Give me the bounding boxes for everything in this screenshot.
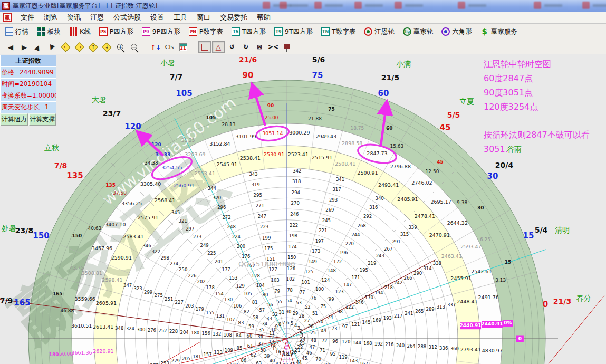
svg-text:343: 343 (249, 171, 257, 177)
svg-text:299: 299 (144, 290, 152, 295)
svg-text:265: 265 (415, 309, 424, 314)
svg-text:57: 57 (259, 308, 265, 313)
svg-text:224: 224 (232, 234, 241, 240)
panel-row: 价格=2440.9099 (0, 66, 56, 78)
wheel-label-15: 15 (523, 231, 534, 241)
svg-text:320: 320 (213, 195, 221, 200)
svg-text:2605.91: 2605.91 (96, 300, 117, 306)
svg-text:246: 246 (290, 212, 299, 217)
svg-text:318: 318 (292, 179, 301, 184)
svg-text:266: 266 (403, 275, 412, 281)
svg-text:2644.32: 2644.32 (447, 220, 468, 226)
svg-text:37: 37 (258, 341, 264, 347)
svg-text:48: 48 (311, 338, 316, 343)
svg-text:105: 105 (206, 115, 216, 120)
svg-text:44: 44 (296, 360, 302, 364)
svg-text:2470.91: 2470.91 (429, 232, 450, 238)
svg-text:249: 249 (200, 243, 208, 248)
svg-text:271: 271 (256, 203, 264, 208)
svg-text:345: 345 (171, 210, 180, 215)
svg-text:101: 101 (302, 280, 310, 285)
svg-text:105: 105 (243, 291, 252, 296)
svg-text:173: 173 (312, 248, 320, 254)
svg-text:150: 150 (72, 233, 82, 238)
svg-text:77: 77 (300, 290, 305, 295)
svg-text:30: 30 (286, 309, 292, 314)
annotation-note: 3051. (484, 142, 590, 156)
svg-text:75: 75 (328, 107, 335, 112)
svg-text:128: 128 (252, 273, 260, 279)
svg-text:82: 82 (244, 309, 249, 314)
wheel-label-20/4: 20/4 (495, 161, 513, 169)
svg-text:241: 241 (405, 311, 413, 316)
svg-text:59: 59 (248, 324, 254, 329)
gann-wheel-chart[interactable]: 赢家江恩www.yingjia360.comwww.yingjia360.com… (0, 0, 606, 364)
svg-text:3203.69: 3203.69 (185, 151, 205, 157)
svg-text:290: 290 (413, 271, 422, 276)
svg-text:106: 106 (233, 303, 242, 309)
svg-text:270: 270 (291, 200, 300, 206)
svg-text:197: 197 (315, 238, 324, 244)
svg-text:108: 108 (224, 332, 232, 338)
svg-text:165: 165 (53, 291, 63, 296)
svg-text:323: 323 (133, 286, 142, 291)
svg-text:62: 62 (251, 352, 256, 358)
annotation-line: 120度3254点 (484, 100, 590, 114)
svg-text:100: 100 (315, 286, 324, 292)
svg-text:28: 28 (299, 313, 304, 319)
wheel-label-75: 75 (312, 71, 323, 80)
svg-text:245: 245 (322, 218, 331, 223)
svg-text:84: 84 (236, 333, 242, 338)
svg-text:124: 124 (321, 277, 330, 283)
svg-text:154: 154 (215, 291, 224, 296)
svg-text:47: 47 (310, 344, 315, 350)
wheel-label-7/8: 7/8 (54, 161, 68, 170)
svg-text:198: 198 (289, 233, 297, 238)
svg-text:223: 223 (260, 224, 268, 229)
svg-text:85: 85 (237, 346, 243, 351)
svg-text:178: 178 (206, 285, 215, 290)
svg-text:144: 144 (353, 340, 361, 346)
panel-row: 时间=20190104 (0, 78, 56, 90)
svg-text:2590.91: 2590.91 (111, 255, 132, 261)
svg-text:3305.40: 3305.40 (140, 181, 161, 187)
svg-text:43: 43 (290, 362, 295, 364)
svg-text:51: 51 (312, 311, 318, 316)
svg-text:226: 226 (188, 273, 196, 279)
svg-text:180: 180 (191, 330, 199, 336)
svg-text:2583.41: 2583.41 (123, 234, 143, 240)
calc-resistance-button[interactable]: 计算阻力 (0, 113, 28, 126)
svg-text:4830.97: 4830.97 (482, 348, 503, 353)
svg-text:2500.91: 2500.91 (357, 170, 378, 176)
svg-text:2493.41: 2493.41 (378, 182, 399, 188)
svg-text:132: 132 (213, 331, 221, 337)
wheel-label-150: 150 (33, 231, 49, 241)
svg-text:3407.10: 3407.10 (105, 222, 126, 227)
svg-text:50.00: 50.00 (59, 351, 73, 357)
svg-text:12.50: 12.50 (426, 169, 439, 174)
svg-text:61: 61 (247, 343, 253, 349)
svg-text:2455.91: 2455.91 (450, 275, 471, 281)
svg-text:322: 322 (152, 249, 160, 254)
svg-text:222: 222 (290, 223, 298, 228)
svg-text:80: 80 (263, 292, 268, 298)
svg-text:3356.25: 3356.25 (121, 200, 142, 206)
svg-text:74: 74 (328, 314, 333, 320)
svg-text:15: 15 (505, 260, 512, 265)
calc-support-button[interactable]: 计算支撑 (28, 113, 57, 126)
svg-text:148: 148 (328, 268, 336, 273)
svg-text:95: 95 (330, 351, 336, 357)
wheel-label-5/4: 5/4 (535, 226, 548, 234)
svg-text:36: 36 (257, 334, 263, 339)
svg-text:2793.41: 2793.41 (460, 347, 481, 352)
annotation-note: 按循环法则2847不破可以看 (484, 128, 590, 142)
svg-text:2613.41: 2613.41 (93, 324, 113, 330)
svg-text:167: 167 (360, 361, 368, 364)
svg-text:79: 79 (274, 289, 280, 294)
svg-text:248: 248 (227, 224, 236, 229)
svg-text:199: 199 (262, 235, 271, 241)
wheel-label-105: 105 (176, 89, 192, 98)
svg-text:3152.84: 3152.84 (209, 141, 230, 147)
svg-text:348: 348 (115, 325, 123, 331)
svg-text:289: 289 (426, 306, 434, 312)
